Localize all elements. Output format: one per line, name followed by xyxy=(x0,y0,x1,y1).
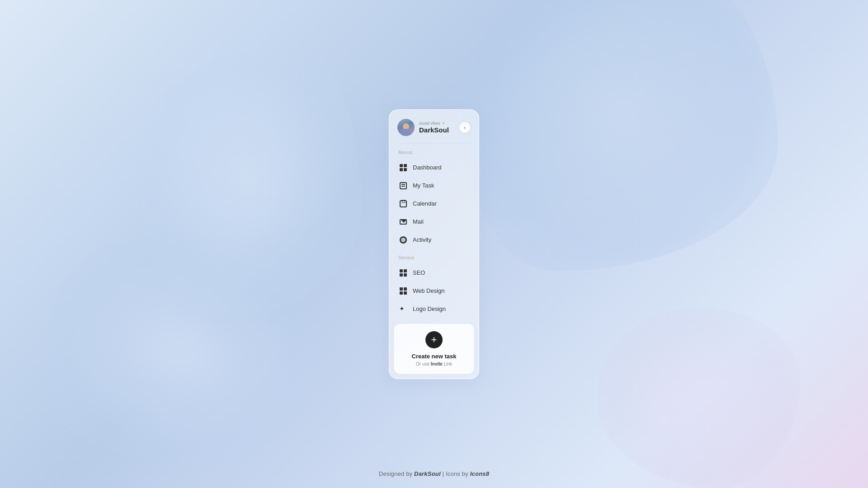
web-design-label: Web Design xyxy=(413,287,445,294)
background-blob-3 xyxy=(136,45,362,316)
calendar-label: Calendar xyxy=(413,200,437,207)
footer-brand1: DarkSoul xyxy=(414,470,441,477)
my-task-label: My Task xyxy=(413,182,434,189)
background-blob-2 xyxy=(45,239,316,465)
footer: Designed by DarkSoul | Icons by Icons8 xyxy=(379,470,489,477)
sidebar-item-mail[interactable]: Mail xyxy=(394,213,474,231)
seo-label: SEO xyxy=(413,269,425,276)
plus-icon: + xyxy=(431,335,437,345)
footer-brand2: Icons8 xyxy=(470,470,489,477)
bottom-card: + Create new task Or use Invite Link xyxy=(394,324,474,374)
calendar-icon xyxy=(398,199,408,209)
create-task-button[interactable]: + xyxy=(425,331,443,348)
avatar-body xyxy=(401,129,411,136)
sidebar-item-dashboard[interactable]: Dashboard xyxy=(394,159,474,177)
sidebar-item-seo[interactable]: SEO xyxy=(394,264,474,282)
sidebar-item-activity[interactable]: Activity xyxy=(394,231,474,249)
service-list: SEO Web Design Logo Design xyxy=(389,264,479,318)
webdesign-icon xyxy=(398,286,408,296)
footer-separator: | Icons by xyxy=(443,470,468,477)
avatar-inner xyxy=(397,119,415,136)
footer-prefix: Designed by xyxy=(379,470,412,477)
greeting-text: Good Vibes xyxy=(419,121,440,126)
sidebar-item-calendar[interactable]: Calendar xyxy=(394,195,474,213)
activity-label: Activity xyxy=(413,236,431,243)
avatar xyxy=(397,119,415,136)
sidebar-header: Good Vibes ✦ DarkSoul ‹ xyxy=(389,110,479,143)
sidebar-item-web-design[interactable]: Web Design xyxy=(394,282,474,300)
user-greeting: Good Vibes ✦ xyxy=(419,121,449,126)
dashboard-icon xyxy=(398,163,408,173)
collapse-button[interactable]: ‹ xyxy=(459,122,471,133)
seo-icon xyxy=(398,268,408,278)
menus-section-label: Menus xyxy=(389,144,479,159)
task-icon xyxy=(398,181,408,191)
mail-label: Mail xyxy=(413,218,424,225)
activity-icon xyxy=(398,235,408,245)
mail-icon xyxy=(398,217,408,227)
user-info: Good Vibes ✦ DarkSoul xyxy=(419,121,449,134)
user-avatar-area: Good Vibes ✦ DarkSoul xyxy=(397,119,449,136)
logo-design-label: Logo Design xyxy=(413,305,446,312)
sidebar-item-my-task[interactable]: My Task xyxy=(394,177,474,195)
background-blob-4 xyxy=(597,307,800,488)
invite-text: Or use Invite Link xyxy=(401,361,467,366)
sidebar-item-logo-design[interactable]: Logo Design xyxy=(394,300,474,318)
invite-link[interactable]: Invite xyxy=(431,361,443,366)
chevron-left-icon: ‹ xyxy=(464,125,466,130)
service-section-label: Service xyxy=(389,249,479,264)
logodesign-icon xyxy=(398,304,408,314)
background-blob-1 xyxy=(461,0,778,271)
menus-list: Dashboard My Task Calendar Mail Activity xyxy=(389,159,479,249)
user-name: DarkSoul xyxy=(419,126,449,134)
dashboard-label: Dashboard xyxy=(413,164,442,171)
create-task-label: Create new task xyxy=(401,353,467,360)
star-icon: ✦ xyxy=(442,121,445,126)
sidebar-panel: Good Vibes ✦ DarkSoul ‹ Menus Dashboard xyxy=(389,109,479,379)
